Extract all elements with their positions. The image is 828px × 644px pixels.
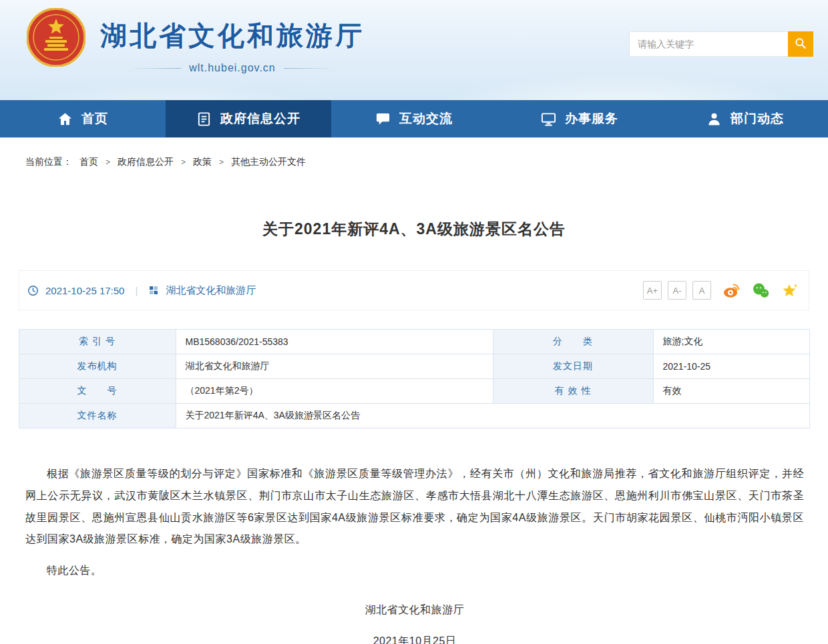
info-value-doc-no: （2021年第2号） xyxy=(176,379,493,404)
chat-icon xyxy=(375,111,391,127)
document-icon xyxy=(196,111,212,127)
url-decor-line-left xyxy=(129,68,181,69)
nav-item-department-news[interactable]: 部门动态 xyxy=(662,100,828,137)
nav-item-label: 部门动态 xyxy=(731,110,784,127)
document-info-table: 索 引 号 MB1568036/2021-55383 分 类 旅游;文化 发布机… xyxy=(19,329,810,428)
search-input[interactable] xyxy=(629,31,788,57)
breadcrumb-separator: > xyxy=(219,157,224,167)
table-row: 索 引 号 MB1568036/2021-55383 分 类 旅游;文化 xyxy=(19,330,809,354)
nav-item-label: 互动交流 xyxy=(399,110,453,127)
breadcrumb-separator: > xyxy=(181,157,186,167)
font-smaller-button[interactable]: A- xyxy=(668,281,686,300)
info-value-validity: 有效 xyxy=(653,379,809,404)
main-nav: 首页 政府信息公开 互动交流 办事服务 xyxy=(0,100,828,137)
info-value-index: MB1568036/2021-55383 xyxy=(176,330,493,354)
info-label-validity: 有 效 性 xyxy=(493,379,653,404)
weibo-icon[interactable] xyxy=(722,282,741,300)
info-label-agency: 发布机构 xyxy=(19,354,176,379)
article: 关于2021年新评4A、3A级旅游景区名公告 2021-10-25 17:50 … xyxy=(0,219,828,644)
info-label-pub-date: 发文日期 xyxy=(493,354,653,379)
site-brand: 湖北省文化和旅游厅 wlt.hubei.gov.cn xyxy=(27,8,365,74)
info-value-doc-name: 关于2021年新评4A、3A级旅游景区名公告 xyxy=(176,404,809,428)
article-meta-right: A+ A- A xyxy=(643,281,799,300)
brand-text: 湖北省文化和旅游厅 wlt.hubei.gov.cn xyxy=(100,8,365,74)
person-icon xyxy=(706,111,722,127)
home-icon xyxy=(57,111,73,127)
article-meta-left: 2021-10-25 17:50 | 湖北省文化和旅游厅 xyxy=(27,284,256,297)
breadcrumb-item-other-docs[interactable]: 其他主动公开文件 xyxy=(231,156,306,168)
article-source: 湖北省文化和旅游厅 xyxy=(166,284,256,297)
body-paragraph: 特此公告。 xyxy=(25,560,804,582)
article-meta-bar: 2021-10-25 17:50 | 湖北省文化和旅游厅 A+ A- A xyxy=(19,270,809,310)
breadcrumb-item-policy[interactable]: 政策 xyxy=(193,156,212,168)
url-decor-line-right xyxy=(284,68,336,69)
table-row: 发布机构 湖北省文化和旅游厅 发文日期 2021-10-25 xyxy=(19,354,809,379)
info-label-category: 分 类 xyxy=(493,330,653,354)
breadcrumb-item-home[interactable]: 首页 xyxy=(79,156,98,168)
info-value-agency: 湖北省文化和旅游厅 xyxy=(176,354,493,379)
nav-item-gov-info[interactable]: 政府信息公开 xyxy=(166,100,331,137)
wechat-icon[interactable] xyxy=(752,282,770,300)
table-row: 文 号 （2021年第2号） 有 效 性 有效 xyxy=(19,379,809,404)
breadcrumb-separator: > xyxy=(106,157,110,167)
breadcrumb-item-gov-info[interactable]: 政府信息公开 xyxy=(118,156,174,168)
national-emblem-logo xyxy=(27,8,85,67)
article-title: 关于2021年新评4A、3A级旅游景区名公告 xyxy=(0,219,828,240)
source-icon xyxy=(148,285,159,296)
body-paragraph: 根据《旅游景区质量等级的划分与评定》国家标准和《旅游景区质量等级管理办法》，经有… xyxy=(25,463,804,551)
info-value-category: 旅游;文化 xyxy=(653,330,809,354)
meta-divider: | xyxy=(131,285,142,296)
nav-item-services[interactable]: 办事服务 xyxy=(497,100,662,137)
nav-item-label: 办事服务 xyxy=(565,110,618,127)
info-label-doc-name: 文件名称 xyxy=(19,404,176,428)
search-button[interactable] xyxy=(788,31,813,57)
site-title: 湖北省文化和旅游厅 xyxy=(100,17,365,54)
search-box xyxy=(629,31,813,57)
publish-time: 2021-10-25 17:50 xyxy=(45,285,124,296)
clock-icon xyxy=(27,285,39,296)
site-url: wlt.hubei.gov.cn xyxy=(189,62,276,74)
nav-item-home[interactable]: 首页 xyxy=(0,100,166,137)
nav-item-label: 政府信息公开 xyxy=(220,110,300,127)
favorite-star-icon[interactable] xyxy=(781,282,799,300)
info-label-doc-no: 文 号 xyxy=(19,379,176,404)
search-icon xyxy=(794,37,807,52)
breadcrumb: 当前位置： 首页 > 政府信息公开 > 政策 > 其他主动公开文件 xyxy=(0,137,828,168)
font-larger-button[interactable]: A+ xyxy=(643,281,662,300)
breadcrumb-label: 当前位置： xyxy=(25,156,72,168)
table-row: 文件名称 关于2021年新评4A、3A级旅游景区名公告 xyxy=(19,404,809,428)
signature-date: 2021年10月25日 xyxy=(25,631,804,644)
nav-item-label: 首页 xyxy=(81,110,108,127)
article-body: 根据《旅游景区质量等级的划分与评定》国家标准和《旅游景区质量等级管理办法》，经有… xyxy=(25,463,804,644)
info-value-pub-date: 2021-10-25 xyxy=(653,354,809,379)
info-label-index: 索 引 号 xyxy=(19,330,176,354)
signature: 湖北省文化和旅游厅 xyxy=(25,599,804,621)
monitor-icon xyxy=(541,111,556,127)
nav-item-interaction[interactable]: 互动交流 xyxy=(331,100,497,137)
site-header: 湖北省文化和旅游厅 wlt.hubei.gov.cn xyxy=(0,0,828,100)
site-url-row: wlt.hubei.gov.cn xyxy=(100,62,365,74)
font-reset-button[interactable]: A xyxy=(692,281,711,300)
